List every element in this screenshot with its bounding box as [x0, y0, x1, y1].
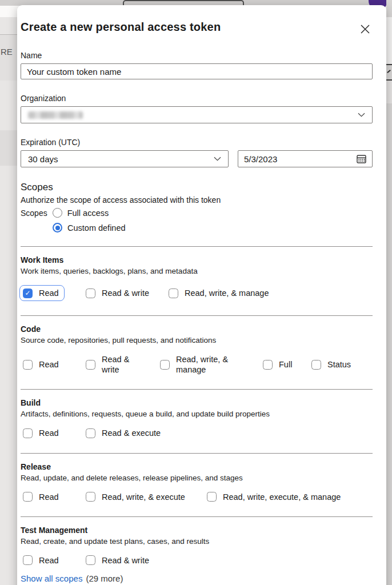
- section-description: Read, create, and update test plans, cas…: [21, 537, 373, 546]
- scope-section-work-items: Work Items Work items, queries, backlogs…: [21, 255, 373, 301]
- checkbox-option[interactable]: Read & write: [86, 354, 160, 375]
- background-line: [386, 64, 392, 65]
- checkbox-label: Read: [39, 359, 59, 370]
- checkbox-option[interactable]: Read, write, execute, & manage: [207, 492, 341, 502]
- checkbox-label: Read & execute: [102, 428, 161, 438]
- section-divider: [21, 516, 373, 517]
- checkbox-build-read[interactable]: [23, 428, 33, 438]
- section-description: Artifacts, definitions, requests, queue …: [21, 410, 373, 418]
- section-title: Release: [21, 462, 373, 471]
- checkbox-build-read-execute[interactable]: [86, 428, 95, 438]
- checkbox-work-items-read-write[interactable]: [86, 289, 95, 298]
- checkbox-label: Read & write: [102, 555, 149, 566]
- scope-section-test-management: Test Management Read, create, and update…: [21, 526, 373, 566]
- name-label: Name: [21, 51, 373, 60]
- close-icon: [359, 23, 371, 35]
- section-description: Read, update, and delete releases, relea…: [21, 474, 373, 482]
- scope-section-build: Build Artifacts, definitions, requests, …: [21, 398, 373, 438]
- checkbox-label: Status: [327, 359, 351, 370]
- checkbox-option[interactable]: Read: [23, 492, 86, 502]
- background-band: [386, 81, 392, 103]
- checkbox-test-read-write[interactable]: [86, 555, 95, 565]
- checkbox-option[interactable]: Read & write: [86, 288, 169, 298]
- checkbox-code-full[interactable]: [263, 360, 273, 370]
- organization-label: Organization: [21, 94, 373, 103]
- checkbox-option[interactable]: Read & write: [86, 555, 149, 566]
- radio-custom-defined-label[interactable]: Custom defined: [67, 223, 126, 233]
- checkbox-code-read[interactable]: [23, 360, 33, 370]
- checkbox-label: Full: [279, 359, 292, 370]
- scopes-subtitle: Authorize the scope of access associated…: [21, 195, 373, 205]
- expiration-date-input[interactable]: 5/3/2023: [238, 150, 373, 167]
- checkbox-test-read[interactable]: [23, 555, 33, 565]
- checkbox-label: Read & write: [102, 354, 146, 375]
- checkbox-release-read-write-execute[interactable]: [86, 492, 95, 502]
- section-title: Work Items: [21, 255, 373, 265]
- scope-section-release: Release Read, update, and delete release…: [21, 462, 373, 502]
- checkbox-work-items-read[interactable]: [23, 289, 33, 298]
- checkbox-label: Read & write: [102, 288, 149, 298]
- checkbox-option[interactable]: Status: [311, 359, 351, 370]
- section-description: Work items, queries, backlogs, plans, an…: [21, 267, 373, 275]
- dialog-title: Create a new personal access token: [21, 21, 221, 34]
- checkbox-option[interactable]: Read: [23, 555, 86, 566]
- checkbox-code-read-write[interactable]: [86, 360, 95, 370]
- checkbox-option[interactable]: Read, write, & execute: [86, 492, 207, 502]
- checkbox-label: Read: [39, 492, 59, 502]
- checkbox-label: Read, write, execute, & manage: [223, 492, 341, 502]
- expiration-date-value: 5/3/2023: [244, 154, 277, 164]
- checkbox-label: Read, write, & manage: [176, 354, 243, 375]
- section-title: Test Management: [21, 526, 373, 535]
- chevron-down-icon: [214, 157, 221, 161]
- checkbox-work-items-read-write-manage[interactable]: [169, 289, 178, 298]
- checkbox-option[interactable]: Read & execute: [86, 428, 161, 438]
- section-title: Code: [21, 324, 373, 334]
- token-name-input[interactable]: [21, 63, 373, 79]
- checkbox-release-read[interactable]: [23, 492, 33, 502]
- scopes-heading: Scopes: [21, 182, 373, 193]
- show-all-scopes-count: (29 more): [86, 574, 123, 583]
- checkbox-release-read-write-execute-manage[interactable]: [207, 492, 217, 502]
- chevron-down-icon: [358, 113, 365, 117]
- organization-redacted-value: [28, 111, 83, 119]
- section-divider: [21, 315, 373, 316]
- scopes-radio-caption: Scopes: [21, 209, 47, 218]
- calendar-icon: [357, 154, 366, 163]
- checkbox-label: Read, write, & execute: [102, 492, 185, 502]
- section-divider: [21, 453, 373, 454]
- expiration-duration-value: 30 days: [28, 154, 58, 164]
- create-pat-dialog: Create a new personal access token Name …: [17, 5, 386, 585]
- checkbox-label: Read, write, & manage: [185, 288, 269, 298]
- section-divider: [21, 389, 373, 390]
- scopes-radio-row: Custom defined: [53, 223, 373, 233]
- checkbox-label: Read: [39, 555, 59, 566]
- organization-select[interactable]: [21, 106, 373, 123]
- expiration-label: Expiration (UTC): [21, 138, 373, 147]
- close-button[interactable]: [358, 22, 373, 37]
- checkbox-code-status[interactable]: [311, 360, 321, 370]
- checkbox-focus-ring: Read: [19, 285, 65, 301]
- background-band: [386, 17, 392, 64]
- expiration-duration-select[interactable]: 30 days: [21, 150, 229, 167]
- background-partial-text: RE: [1, 47, 13, 57]
- checkbox-option[interactable]: Full: [263, 359, 311, 370]
- section-title: Build: [21, 398, 373, 407]
- radio-full-access-label[interactable]: Full access: [67, 209, 109, 218]
- scopes-radio-row: Scopes Full access: [21, 208, 373, 218]
- checkbox-option[interactable]: Read, write, & manage: [160, 354, 263, 375]
- radio-custom-defined[interactable]: [53, 223, 62, 233]
- background-band: [0, 130, 17, 166]
- checkbox-option[interactable]: Read: [23, 359, 86, 370]
- radio-full-access[interactable]: [53, 208, 62, 218]
- checkbox-label[interactable]: Read: [39, 288, 59, 298]
- scope-section-code: Code Source code, repositories, pull req…: [21, 324, 373, 375]
- background-band: [0, 35, 17, 81]
- background-line: [386, 79, 392, 81]
- section-description: Source code, repositories, pull requests…: [21, 336, 373, 344]
- show-all-scopes-link[interactable]: Show all scopes: [21, 574, 82, 583]
- checkbox-option[interactable]: Read: [23, 428, 86, 438]
- section-divider: [21, 246, 373, 247]
- checkbox-code-read-write-manage[interactable]: [160, 360, 170, 370]
- checkbox-label: Read: [39, 428, 59, 438]
- checkbox-option[interactable]: Read, write, & manage: [169, 288, 269, 298]
